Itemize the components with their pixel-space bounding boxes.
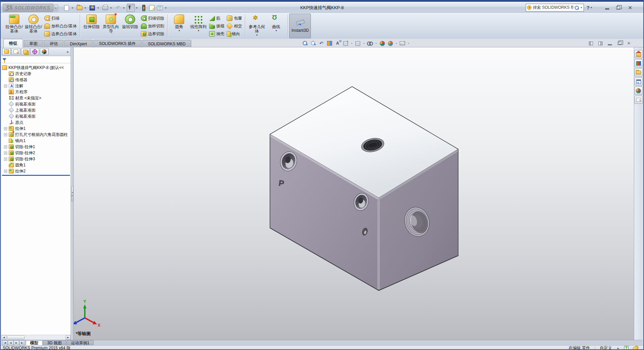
propertymanager-tab[interactable] (11, 48, 20, 55)
tab-motion-study[interactable]: 运动算例1 (67, 340, 94, 345)
tab-features[interactable]: 特征 (3, 39, 23, 47)
zoom-to-area-button[interactable] (309, 40, 317, 47)
print-dropdown-arrow[interactable]: ▼ (109, 4, 113, 12)
tree-item-front-plane[interactable]: 前视基准面 (2, 101, 71, 107)
tree-item-cut-extrude3[interactable]: + 切除-拉伸3 (2, 156, 71, 162)
boundary-boss-button[interactable]: 边界凸台/基体 (43, 30, 78, 37)
extruded-boss-base-button[interactable]: 拉伸凸台/基体 (5, 14, 24, 38)
scroll-left-arrow[interactable]: ◀ (1, 335, 6, 340)
reference-geometry-button[interactable]: 参考几何体 ▼ (247, 14, 266, 38)
apply-scene-button[interactable] (387, 40, 394, 47)
doc-restore-button[interactable] (616, 40, 622, 46)
undo-dropdown-arrow[interactable]: ▼ (122, 4, 126, 12)
tree-item-history[interactable]: 历史记录 (2, 71, 71, 77)
options-dropdown-arrow[interactable]: ▼ (164, 4, 168, 12)
3d-drawing-view-button[interactable]: A (334, 40, 341, 47)
lofted-cut-button[interactable]: 放样切割 (140, 23, 165, 29)
quick-tips-icon[interactable]: ? (624, 346, 628, 350)
minimize-button[interactable] (603, 4, 611, 11)
swept-cut-button[interactable]: 扫描切除 (140, 15, 165, 22)
undo-button[interactable]: ↶ (114, 4, 122, 12)
expand-icon[interactable]: + (4, 158, 7, 161)
linear-pattern-dropdown-arrow[interactable]: ▼ (197, 29, 200, 32)
appearances-scenes-button[interactable] (635, 87, 643, 95)
close-button[interactable]: ✕ (626, 4, 634, 11)
fillet-button[interactable]: 圆角 ▼ (170, 14, 189, 38)
part-model[interactable]: P Y X Z (74, 47, 635, 340)
search-dropdown-arrow[interactable]: ▼ (580, 6, 583, 9)
display-style-button[interactable] (354, 40, 362, 47)
tree-item-mirror1[interactable]: 镜向1 (2, 138, 71, 144)
display-style-dropdown-arrow[interactable]: ▼ (362, 42, 366, 45)
print-button[interactable] (101, 4, 109, 12)
view-palette-button[interactable] (635, 77, 643, 86)
hide-show-items-button[interactable] (366, 40, 374, 47)
restore-button[interactable] (614, 4, 622, 11)
section-view-button[interactable] (326, 40, 333, 47)
expand-icon[interactable]: + (4, 151, 7, 155)
reference-geometry-dropdown-arrow[interactable]: ▼ (256, 34, 258, 36)
tree-horizontal-scrollbar[interactable]: ◀ ▶ (1, 335, 71, 340)
hole-wizard-button[interactable]: 异型孔向导 (101, 14, 120, 38)
revolved-cut-button[interactable]: 旋转切除 (121, 14, 140, 38)
featuremanager-tab[interactable] (2, 48, 11, 55)
file-properties-button[interactable] (148, 4, 156, 12)
expand-icon[interactable]: + (4, 145, 7, 148)
curves-dropdown-arrow[interactable]: ▼ (275, 29, 277, 32)
tree-item-fillet1[interactable]: 圆角1 (2, 162, 71, 168)
tree-item-cut-extrude1[interactable]: + 切除-拉伸1 (2, 144, 71, 150)
tree-item-cut-extrude2[interactable]: + 切除-拉伸2 (2, 150, 71, 156)
tab-solidworks-addins[interactable]: SOLIDWORKS 插件 (93, 40, 142, 47)
select-dropdown-arrow[interactable]: ▼ (135, 4, 139, 12)
tab-model[interactable]: 模型 (26, 340, 43, 345)
splitter-grip[interactable]: ◂▸ (71, 186, 73, 202)
shell-button[interactable]: 抽壳 (208, 30, 225, 37)
tab-solidworks-mbd[interactable]: SOLIDWORKS MBD (142, 40, 191, 47)
tree-item-right-plane[interactable]: 右视基准面 (2, 113, 71, 119)
open-dropdown-arrow[interactable]: ▼ (83, 4, 87, 12)
design-library-button[interactable] (635, 59, 643, 67)
zoom-to-fit-button[interactable] (301, 40, 309, 47)
tree-item-sensors[interactable]: 传感器 (2, 77, 71, 83)
expand-icon[interactable]: + (4, 127, 7, 130)
configurationmanager-tab[interactable] (21, 48, 30, 55)
dimxpertmanager-tab[interactable] (30, 48, 39, 55)
collapse-left-pane-button[interactable] (588, 40, 594, 46)
doc-minimize-button[interactable] (607, 40, 613, 46)
save-dropdown-arrow[interactable]: ▼ (96, 4, 100, 12)
custom-properties-button[interactable] (635, 96, 643, 104)
instant3d-button[interactable]: Instant3D (289, 14, 311, 38)
collapse-right-pane-button[interactable] (597, 40, 603, 46)
scroll-right-arrow[interactable]: ▶ (66, 335, 71, 340)
displaymanager-tab[interactable] (40, 48, 49, 55)
rebuild-button[interactable] (140, 4, 148, 12)
panel-splitter[interactable]: ◂▸ (71, 47, 74, 340)
open-button[interactable] (75, 4, 83, 12)
doc-close-button[interactable]: ✕ (626, 40, 632, 46)
select-button[interactable] (127, 4, 135, 12)
curves-button[interactable]: 曲线 ▼ (267, 14, 286, 38)
options-button[interactable] (156, 4, 164, 12)
view-settings-dropdown-arrow[interactable]: ▼ (407, 42, 410, 45)
tab-3d-views[interactable]: 3D 视图 (43, 340, 66, 345)
draft-button[interactable]: 拔模 (208, 23, 225, 29)
previous-view-button[interactable]: ↶ (318, 40, 325, 47)
tree-filter-row[interactable] (1, 56, 71, 63)
apply-scene-dropdown-arrow[interactable]: ▼ (395, 42, 398, 45)
mirror-button[interactable]: 镜向 (226, 30, 243, 37)
units-text[interactable]: 自定义 (600, 345, 612, 350)
expand-icon[interactable]: + (4, 133, 7, 136)
tree-item-annotations[interactable]: + 注解 (2, 83, 71, 89)
lofted-boss-button[interactable]: 放样凸台/基体 (43, 23, 78, 29)
save-button[interactable] (88, 4, 96, 12)
new-document-button[interactable] (63, 4, 71, 12)
graphics-viewport[interactable]: P Y X Z *等轴测 (74, 47, 635, 340)
intersect-button[interactable]: 相交 (226, 23, 243, 29)
tree-item-hole-wizard[interactable]: + 打孔尺寸根据内六角花形圆柱 (2, 132, 71, 138)
tree-item-origin[interactable]: 原点 (2, 119, 71, 125)
extruded-cut-button[interactable]: 拉伸切除 (82, 14, 101, 38)
help-search-box[interactable]: ? 搜索 SOLIDWORKS 帮助 ▼ (526, 4, 584, 11)
hide-show-items-dropdown-arrow[interactable]: ▼ (374, 42, 378, 45)
view-settings-button[interactable] (399, 40, 406, 47)
view-orientation-dropdown-arrow[interactable]: ▼ (350, 42, 353, 45)
